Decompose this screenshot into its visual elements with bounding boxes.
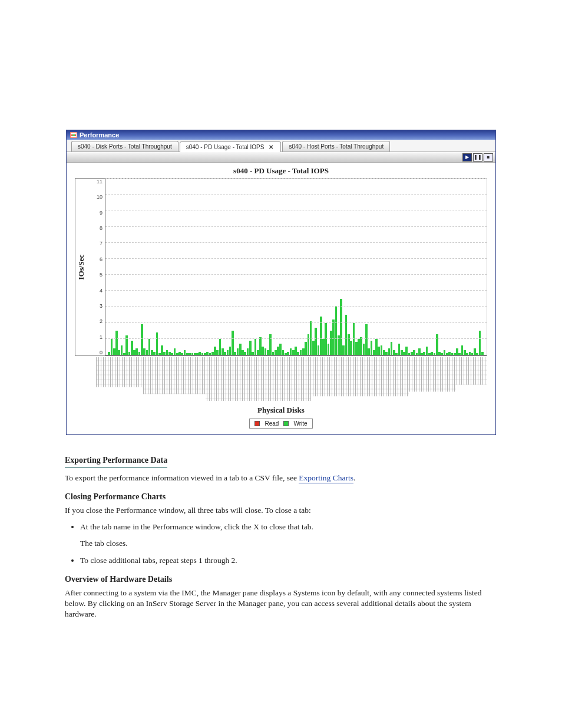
bar bbox=[363, 344, 365, 355]
ordered-steps: At the tab name in the Performance windo… bbox=[80, 522, 497, 532]
chart-title: s040 - PD Usage - Total IOPS bbox=[69, 166, 493, 176]
bar bbox=[335, 307, 338, 355]
bar bbox=[148, 339, 151, 355]
bar bbox=[403, 352, 405, 355]
bar bbox=[209, 353, 211, 355]
bar bbox=[239, 344, 242, 355]
bar bbox=[265, 348, 267, 355]
bar bbox=[163, 352, 166, 355]
bar bbox=[262, 347, 264, 355]
bar bbox=[448, 352, 451, 355]
pause-icon: ❚❚ bbox=[474, 154, 482, 160]
bar bbox=[219, 339, 222, 355]
bar bbox=[257, 350, 259, 355]
bar bbox=[156, 332, 158, 355]
bar bbox=[458, 353, 461, 355]
bar bbox=[373, 350, 375, 355]
bar bbox=[345, 315, 348, 355]
bar bbox=[249, 341, 252, 355]
bar bbox=[413, 350, 415, 355]
bar bbox=[312, 341, 315, 355]
pause-button[interactable]: ❚❚ bbox=[473, 153, 482, 162]
bar bbox=[381, 345, 383, 355]
para-export: To export the performance information vi… bbox=[65, 473, 497, 483]
gridline bbox=[105, 306, 487, 307]
y-tick: 1 bbox=[100, 334, 103, 340]
bar bbox=[216, 350, 219, 355]
bar bbox=[237, 348, 239, 355]
tab-label: s040 - Host Ports - Total Throughput bbox=[289, 143, 384, 150]
tab-disk-ports[interactable]: s040 - Disk Ports - Total Throughput bbox=[71, 141, 178, 151]
bar bbox=[224, 352, 226, 355]
bar bbox=[446, 353, 448, 355]
gridline bbox=[105, 290, 487, 291]
performance-window: Performance s040 - Disk Ports - Total Th… bbox=[66, 130, 496, 435]
bar bbox=[201, 353, 204, 355]
bar bbox=[391, 342, 393, 355]
bar bbox=[194, 353, 196, 355]
bar bbox=[123, 353, 125, 355]
bar bbox=[444, 350, 446, 355]
bar bbox=[295, 347, 297, 355]
bar bbox=[214, 347, 216, 355]
x-axis-label: Physical Disks bbox=[69, 406, 493, 415]
link-exporting-charts[interactable]: Exporting Charts bbox=[299, 473, 353, 483]
bar bbox=[131, 341, 133, 355]
bar bbox=[244, 352, 246, 355]
x-axis-ticks-dense bbox=[96, 357, 487, 403]
bar bbox=[178, 352, 181, 355]
tab-label: s040 - PD Usage - Total IOPS bbox=[186, 144, 265, 150]
bar bbox=[481, 352, 484, 355]
bar bbox=[151, 350, 153, 355]
bar bbox=[428, 353, 431, 355]
bar bbox=[388, 348, 391, 355]
tab-host-ports[interactable]: s040 - Host Ports - Total Throughput bbox=[282, 141, 390, 151]
tab-pd-usage[interactable]: s040 - PD Usage - Total IOPS ✕ bbox=[180, 141, 282, 152]
bar bbox=[196, 353, 199, 355]
bar bbox=[111, 339, 113, 355]
bar bbox=[174, 348, 176, 355]
bars-container bbox=[105, 179, 487, 355]
bar bbox=[365, 324, 368, 355]
play-button[interactable]: ▶ bbox=[462, 153, 472, 162]
heading-hw: Overview of Hardware Details bbox=[65, 574, 497, 585]
bar bbox=[234, 352, 236, 355]
bar bbox=[199, 352, 201, 355]
bar bbox=[232, 331, 234, 355]
gridline bbox=[105, 226, 487, 227]
bar bbox=[466, 353, 468, 355]
bar bbox=[371, 341, 373, 355]
ordered-steps-cont: To close additional tabs, repeat steps 1… bbox=[80, 555, 497, 566]
play-icon: ▶ bbox=[465, 154, 469, 160]
y-axis-label: IOs/Sec bbox=[75, 255, 87, 280]
bar bbox=[421, 353, 423, 355]
bar bbox=[383, 350, 385, 355]
window-titlebar[interactable]: Performance bbox=[67, 130, 495, 140]
y-tick: 5 bbox=[100, 272, 103, 278]
bar bbox=[158, 353, 161, 355]
bar bbox=[342, 345, 345, 355]
bar bbox=[247, 348, 249, 355]
document-body: Exporting Performance Data To export the… bbox=[35, 441, 527, 620]
y-tick: 10 bbox=[97, 194, 103, 200]
bar bbox=[300, 350, 302, 355]
bar bbox=[118, 350, 120, 355]
tab-label: s040 - Disk Ports - Total Throughput bbox=[78, 143, 172, 150]
bar bbox=[141, 324, 143, 355]
close-icon[interactable]: ✕ bbox=[267, 144, 275, 150]
y-tick: 11 bbox=[97, 179, 103, 185]
bar bbox=[153, 352, 156, 355]
bar bbox=[476, 353, 478, 355]
legend-swatch-read bbox=[254, 421, 260, 426]
bar bbox=[328, 344, 330, 355]
stop-button[interactable]: ■ bbox=[484, 153, 493, 162]
bar bbox=[454, 353, 456, 355]
para-close-intro: If you close the Performance window, all… bbox=[65, 505, 497, 516]
bar bbox=[135, 348, 138, 355]
bar bbox=[290, 348, 292, 355]
bar bbox=[393, 350, 395, 355]
bar bbox=[171, 353, 173, 355]
bar bbox=[186, 353, 189, 355]
bar bbox=[408, 353, 411, 355]
bar bbox=[275, 350, 277, 355]
